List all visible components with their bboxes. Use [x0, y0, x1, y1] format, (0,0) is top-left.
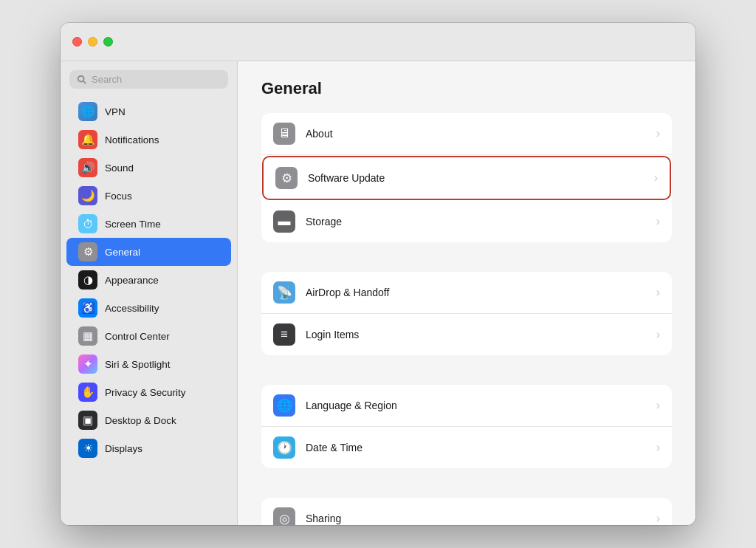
search-icon: [77, 75, 87, 85]
accessibility-label: Accessibility: [105, 303, 159, 314]
displays-label: Displays: [105, 443, 142, 454]
airdrop-icon: 📡: [273, 281, 295, 304]
siri-label: Siri & Spotlight: [105, 359, 171, 370]
login-items-icon: ≡: [273, 323, 295, 346]
traffic-lights: [72, 37, 113, 47]
language-label: Language & Region: [306, 400, 646, 411]
settings-row-airdrop[interactable]: 📡AirDrop & Handoff›: [261, 272, 672, 314]
datetime-chevron: ›: [656, 441, 660, 454]
storage-icon: ▬: [273, 210, 295, 233]
window-body: Search 🌐VPN🔔Notifications🔊Sound🌙Focus⏱Sc…: [61, 61, 695, 525]
sidebar-item-desktop[interactable]: ▣Desktop & Dock: [66, 406, 231, 434]
privacy-icon: ✋: [78, 383, 97, 402]
sidebar-items-container: 🌐VPN🔔Notifications🔊Sound🌙Focus⏱Screen Ti…: [61, 97, 237, 462]
sidebar-item-displays[interactable]: ☀Displays: [66, 434, 231, 462]
svg-point-0: [78, 75, 84, 81]
sidebar-item-privacy[interactable]: ✋Privacy & Security: [66, 378, 231, 406]
sidebar: Search 🌐VPN🔔Notifications🔊Sound🌙Focus⏱Sc…: [61, 61, 238, 525]
sidebar-item-appearance[interactable]: ◑Appearance: [66, 266, 231, 294]
sidebar-item-sound[interactable]: 🔊Sound: [66, 154, 231, 182]
datetime-label: Date & Time: [306, 442, 646, 453]
minimize-button[interactable]: [88, 37, 97, 47]
sound-icon: 🔊: [78, 158, 97, 177]
displays-icon: ☀: [78, 439, 97, 458]
sidebar-item-screentime[interactable]: ⏱Screen Time: [66, 210, 231, 238]
software-update-chevron: ›: [654, 171, 658, 185]
sidebar-item-vpn[interactable]: 🌐VPN: [66, 97, 231, 126]
sidebar-item-focus[interactable]: 🌙Focus: [66, 182, 231, 210]
vpn-icon: 🌐: [78, 102, 97, 121]
siri-icon: ✦: [78, 355, 97, 374]
page-title: General: [261, 79, 672, 98]
search-bar[interactable]: Search: [69, 70, 228, 89]
settings-row-storage[interactable]: ▬Storage›: [261, 201, 672, 242]
sidebar-item-controlcenter[interactable]: ▦Control Center: [66, 322, 231, 350]
general-icon: ⚙: [78, 242, 97, 261]
software-update-label: Software Update: [308, 172, 644, 184]
storage-chevron: ›: [656, 215, 660, 228]
language-icon: 🌐: [273, 394, 295, 417]
settings-row-software-update[interactable]: ⚙Software Update›: [262, 156, 671, 200]
airdrop-chevron: ›: [656, 286, 660, 299]
software-update-icon: ⚙: [275, 167, 298, 189]
settings-row-about[interactable]: 🖥About›: [261, 113, 672, 155]
close-button[interactable]: [72, 37, 82, 47]
focus-label: Focus: [105, 191, 132, 202]
about-label: About: [306, 128, 646, 140]
controlcenter-icon: ▦: [78, 326, 97, 346]
general-label: General: [105, 247, 140, 258]
desktop-icon: ▣: [78, 411, 97, 430]
screentime-label: Screen Time: [105, 219, 161, 230]
settings-section-section1: 🖥About›⚙Software Update›▬Storage›: [261, 113, 672, 242]
settings-row-language[interactable]: 🌐Language & Region›: [261, 385, 672, 427]
accessibility-icon: ♿: [78, 298, 97, 318]
notifications-icon: 🔔: [78, 130, 97, 149]
privacy-label: Privacy & Security: [105, 387, 186, 398]
about-icon: 🖥: [273, 123, 295, 145]
sidebar-item-notifications[interactable]: 🔔Notifications: [66, 126, 231, 154]
sharing-chevron: ›: [656, 512, 660, 525]
language-chevron: ›: [656, 399, 660, 412]
focus-icon: 🌙: [78, 186, 97, 205]
login-items-label: Login Items: [306, 329, 646, 340]
settings-row-sharing[interactable]: ◎Sharing›: [261, 498, 672, 525]
main-window: Search 🌐VPN🔔Notifications🔊Sound🌙Focus⏱Sc…: [61, 23, 695, 525]
sidebar-item-siri[interactable]: ✦Siri & Spotlight: [66, 350, 231, 378]
storage-label: Storage: [306, 216, 646, 227]
settings-row-datetime[interactable]: 🕐Date & Time›: [261, 427, 672, 468]
sharing-icon: ◎: [273, 507, 295, 525]
appearance-icon: ◑: [78, 270, 97, 290]
about-chevron: ›: [656, 127, 660, 140]
settings-section-section3: 🌐Language & Region›🕐Date & Time›: [261, 385, 672, 468]
main-content: General 🖥About›⚙Software Update›▬Storage…: [238, 61, 695, 525]
notifications-label: Notifications: [105, 134, 159, 145]
maximize-button[interactable]: [103, 37, 113, 47]
search-placeholder: Search: [92, 74, 122, 85]
settings-section-section4: ◎Sharing›: [261, 498, 672, 525]
airdrop-label: AirDrop & Handoff: [306, 287, 646, 298]
login-items-chevron: ›: [656, 328, 660, 341]
vpn-label: VPN: [105, 106, 126, 117]
controlcenter-label: Control Center: [105, 331, 170, 342]
sound-label: Sound: [105, 162, 134, 174]
sharing-label: Sharing: [306, 513, 646, 524]
settings-container: 🖥About›⚙Software Update›▬Storage›📡AirDro…: [261, 113, 672, 525]
svg-line-1: [83, 81, 86, 83]
screentime-icon: ⏱: [78, 214, 97, 233]
sidebar-item-general[interactable]: ⚙General: [66, 238, 231, 266]
appearance-label: Appearance: [105, 275, 159, 286]
settings-section-section2: 📡AirDrop & Handoff›≡Login Items›: [261, 272, 672, 355]
desktop-label: Desktop & Dock: [105, 415, 176, 426]
settings-row-login-items[interactable]: ≡Login Items›: [261, 314, 672, 355]
titlebar: [61, 23, 695, 61]
sidebar-item-accessibility[interactable]: ♿Accessibility: [66, 294, 231, 322]
datetime-icon: 🕐: [273, 436, 295, 459]
